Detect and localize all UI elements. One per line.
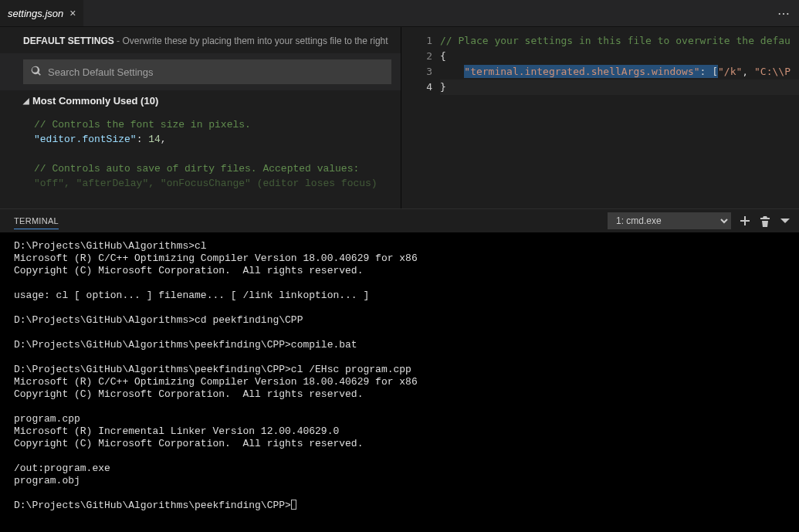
code-string: "/k" [718,66,742,77]
code-comment: "off", "afterDelay", "onFocusChange" (ed… [34,178,377,189]
code-punct: : [ [700,66,718,77]
terminal-tab[interactable]: TERMINAL [14,213,59,229]
tab-title: settings.json [8,8,63,19]
gutter-line: 1 [401,33,432,49]
code-indent [440,66,464,77]
default-settings-heading: DEFAULT SETTINGS [23,36,114,46]
code-number: 14 [148,134,161,145]
code-brace: { [440,50,446,62]
terminal-panel: TERMINAL 1: cmd.exe D:\Projects\GitHub\A… [0,208,799,532]
gutter-line: 2 [401,49,432,64]
default-settings-hint: DEFAULT SETTINGS - Overwrite these by pl… [0,27,401,53]
terminal-cursor [291,500,296,510]
search-wrap [0,53,401,90]
new-terminal-icon[interactable] [739,215,751,227]
editor-split: DEFAULT SETTINGS - Overwrite these by pl… [0,27,799,208]
gutter-line: 3 [401,64,432,80]
code-punct: : [137,134,149,145]
default-settings-subtext: - Overwrite these by placing them into y… [114,36,388,46]
terminal-body[interactable]: D:\Projects\GitHub\Algorithms>cl Microso… [0,232,799,532]
default-settings-panel: DEFAULT SETTINGS - Overwrite these by pl… [0,27,401,208]
code-comment: // Controls the font size in pixels. [34,119,251,130]
search-box[interactable] [23,59,391,84]
chevron-down-icon: ◢ [23,97,29,105]
gutter-line: 4 [401,80,432,95]
close-icon[interactable]: × [69,8,76,19]
code-comment: // Controls auto save of dirty files. Ac… [34,163,359,175]
user-settings-editor[interactable]: 1 2 3 4 // Place your settings in this f… [401,27,799,208]
section-most-commonly-used[interactable]: ◢ Most Commonly Used (10) [0,90,401,110]
terminal-header: TERMINAL 1: cmd.exe [0,209,799,232]
code-key: "editor.fontSize" [34,134,137,145]
tab-bar: settings.json × ⋯ [0,0,799,27]
chevron-down-icon[interactable] [779,215,791,227]
code-string: "C:\\P [754,66,791,77]
code-key: "terminal.integrated.shellArgs.windows" [464,66,699,77]
default-settings-code[interactable]: // Controls the font size in pixels. "ed… [0,110,401,208]
code-comment: // Place your settings in this file to o… [440,35,791,46]
code-brace: } [440,81,446,93]
code-punct: , [742,66,754,77]
tab-settings-json[interactable]: settings.json × [0,0,84,26]
kill-terminal-icon[interactable] [759,215,771,227]
search-input[interactable] [48,66,384,78]
search-icon [31,66,42,79]
section-title: Most Commonly Used (10) [32,95,158,107]
line-gutter: 1 2 3 4 [401,27,440,208]
tab-overflow-button[interactable]: ⋯ [777,0,799,26]
terminal-actions: 1: cmd.exe [608,212,791,229]
terminal-output: D:\Projects\GitHub\Algorithms>cl Microso… [14,240,418,511]
editor-content[interactable]: // Place your settings in this file to o… [440,27,799,208]
terminal-select[interactable]: 1: cmd.exe [608,212,731,229]
code-punct: , [161,134,167,145]
